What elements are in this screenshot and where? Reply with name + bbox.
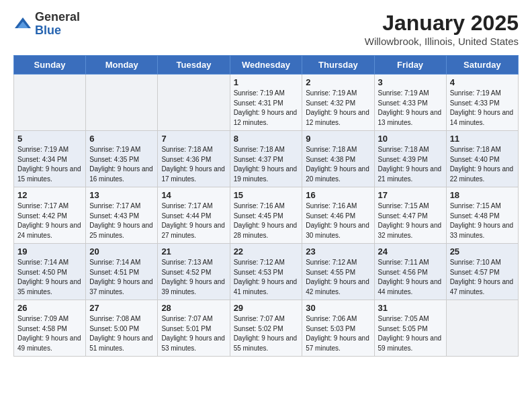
- day-info: Sunrise: 7:19 AM Sunset: 4:31 PM Dayligh…: [234, 89, 299, 128]
- calendar-week-4: 19Sunrise: 7:14 AM Sunset: 4:50 PM Dayli…: [14, 244, 519, 300]
- day-info: Sunrise: 7:06 AM Sunset: 5:03 PM Dayligh…: [306, 314, 370, 353]
- day-number: 16: [306, 190, 370, 200]
- day-info: Sunrise: 7:07 AM Sunset: 5:01 PM Dayligh…: [161, 314, 226, 353]
- day-info: Sunrise: 7:15 AM Sunset: 4:47 PM Dayligh…: [378, 201, 443, 240]
- day-number: 30: [306, 303, 370, 313]
- day-info: Sunrise: 7:11 AM Sunset: 4:56 PM Dayligh…: [378, 258, 443, 297]
- calendar-cell: 26Sunrise: 7:09 AM Sunset: 4:58 PM Dayli…: [14, 300, 86, 357]
- calendar-week-1: 1Sunrise: 7:19 AM Sunset: 4:31 PM Daylig…: [14, 75, 519, 131]
- day-number: 21: [161, 246, 226, 257]
- calendar-week-3: 12Sunrise: 7:17 AM Sunset: 4:42 PM Dayli…: [14, 187, 519, 244]
- day-info: Sunrise: 7:12 AM Sunset: 4:53 PM Dayligh…: [234, 258, 299, 297]
- day-info: Sunrise: 7:19 AM Sunset: 4:33 PM Dayligh…: [378, 89, 443, 128]
- day-number: 1: [234, 77, 299, 87]
- day-number: 22: [234, 246, 299, 257]
- day-info: Sunrise: 7:18 AM Sunset: 4:39 PM Dayligh…: [378, 145, 443, 184]
- calendar-cell: 12Sunrise: 7:17 AM Sunset: 4:42 PM Dayli…: [14, 187, 86, 244]
- day-info: Sunrise: 7:16 AM Sunset: 4:45 PM Dayligh…: [234, 201, 299, 240]
- calendar-cell: 27Sunrise: 7:08 AM Sunset: 5:00 PM Dayli…: [86, 300, 158, 357]
- calendar-cell: 29Sunrise: 7:07 AM Sunset: 5:02 PM Dayli…: [230, 300, 302, 357]
- day-info: Sunrise: 7:17 AM Sunset: 4:42 PM Dayligh…: [17, 201, 82, 240]
- day-info: Sunrise: 7:18 AM Sunset: 4:40 PM Dayligh…: [450, 145, 515, 184]
- calendar-cell: [158, 75, 230, 131]
- logo-blue: Blue: [35, 24, 80, 38]
- day-info: Sunrise: 7:17 AM Sunset: 4:44 PM Dayligh…: [161, 201, 226, 240]
- day-number: 3: [378, 77, 443, 87]
- calendar-cell: 23Sunrise: 7:12 AM Sunset: 4:55 PM Dayli…: [302, 244, 374, 300]
- day-header-tuesday: Tuesday: [158, 56, 230, 75]
- day-header-monday: Monday: [86, 56, 158, 75]
- day-number: 5: [17, 134, 82, 144]
- day-info: Sunrise: 7:09 AM Sunset: 4:58 PM Dayligh…: [17, 314, 82, 353]
- calendar-cell: 22Sunrise: 7:12 AM Sunset: 4:53 PM Dayli…: [230, 244, 302, 300]
- day-info: Sunrise: 7:14 AM Sunset: 4:51 PM Dayligh…: [89, 258, 154, 297]
- day-number: 13: [89, 190, 154, 200]
- calendar-cell: 8Sunrise: 7:18 AM Sunset: 4:37 PM Daylig…: [230, 131, 302, 187]
- calendar-cell: 31Sunrise: 7:05 AM Sunset: 5:05 PM Dayli…: [374, 300, 446, 357]
- day-number: 17: [378, 190, 443, 200]
- calendar-cell: 4Sunrise: 7:19 AM Sunset: 4:33 PM Daylig…: [446, 75, 518, 131]
- day-number: 27: [89, 303, 154, 313]
- calendar-cell: 2Sunrise: 7:19 AM Sunset: 4:32 PM Daylig…: [302, 75, 374, 131]
- day-number: 6: [89, 134, 154, 144]
- logo-icon: [13, 15, 32, 34]
- calendar-cell: [86, 75, 158, 131]
- day-header-friday: Friday: [374, 56, 446, 75]
- day-number: 20: [89, 246, 154, 257]
- day-info: Sunrise: 7:17 AM Sunset: 4:43 PM Dayligh…: [89, 201, 154, 240]
- day-info: Sunrise: 7:10 AM Sunset: 4:57 PM Dayligh…: [450, 258, 515, 297]
- day-info: Sunrise: 7:19 AM Sunset: 4:33 PM Dayligh…: [450, 89, 515, 128]
- calendar-cell: 24Sunrise: 7:11 AM Sunset: 4:56 PM Dayli…: [374, 244, 446, 300]
- day-info: Sunrise: 7:14 AM Sunset: 4:50 PM Dayligh…: [17, 258, 82, 297]
- calendar-header-row: SundayMondayTuesdayWednesdayThursdayFrid…: [14, 56, 519, 75]
- day-number: 4: [450, 77, 515, 87]
- day-info: Sunrise: 7:13 AM Sunset: 4:52 PM Dayligh…: [161, 258, 226, 297]
- day-number: 24: [378, 246, 443, 257]
- calendar-cell: 9Sunrise: 7:18 AM Sunset: 4:38 PM Daylig…: [302, 131, 374, 187]
- day-header-thursday: Thursday: [302, 56, 374, 75]
- day-number: 10: [378, 134, 443, 144]
- calendar-cell: [14, 75, 86, 131]
- title-block: January 2025 Willowbrook, Illinois, Unit…: [365, 11, 519, 47]
- calendar-week-5: 26Sunrise: 7:09 AM Sunset: 4:58 PM Dayli…: [14, 300, 519, 357]
- day-info: Sunrise: 7:15 AM Sunset: 4:48 PM Dayligh…: [450, 201, 515, 240]
- day-info: Sunrise: 7:07 AM Sunset: 5:02 PM Dayligh…: [234, 314, 299, 353]
- calendar-cell: 3Sunrise: 7:19 AM Sunset: 4:33 PM Daylig…: [374, 75, 446, 131]
- day-number: 12: [17, 190, 82, 200]
- day-info: Sunrise: 7:19 AM Sunset: 4:32 PM Dayligh…: [306, 89, 370, 128]
- day-header-saturday: Saturday: [446, 56, 518, 75]
- day-number: 19: [17, 246, 82, 257]
- calendar-cell: 6Sunrise: 7:19 AM Sunset: 4:35 PM Daylig…: [86, 131, 158, 187]
- calendar-cell: 19Sunrise: 7:14 AM Sunset: 4:50 PM Dayli…: [14, 244, 86, 300]
- calendar-cell: 11Sunrise: 7:18 AM Sunset: 4:40 PM Dayli…: [446, 131, 518, 187]
- day-info: Sunrise: 7:08 AM Sunset: 5:00 PM Dayligh…: [89, 314, 154, 353]
- calendar-cell: 25Sunrise: 7:10 AM Sunset: 4:57 PM Dayli…: [446, 244, 518, 300]
- day-info: Sunrise: 7:16 AM Sunset: 4:46 PM Dayligh…: [306, 201, 370, 240]
- day-number: 7: [161, 134, 226, 144]
- calendar-cell: 18Sunrise: 7:15 AM Sunset: 4:48 PM Dayli…: [446, 187, 518, 244]
- calendar-cell: 14Sunrise: 7:17 AM Sunset: 4:44 PM Dayli…: [158, 187, 230, 244]
- day-info: Sunrise: 7:19 AM Sunset: 4:34 PM Dayligh…: [17, 145, 82, 184]
- day-number: 8: [234, 134, 299, 144]
- day-number: 23: [306, 246, 370, 257]
- day-number: 9: [306, 134, 370, 144]
- calendar-cell: 10Sunrise: 7:18 AM Sunset: 4:39 PM Dayli…: [374, 131, 446, 187]
- calendar-cell: 21Sunrise: 7:13 AM Sunset: 4:52 PM Dayli…: [158, 244, 230, 300]
- calendar-cell: 30Sunrise: 7:06 AM Sunset: 5:03 PM Dayli…: [302, 300, 374, 357]
- day-number: 11: [450, 134, 515, 144]
- calendar-cell: 1Sunrise: 7:19 AM Sunset: 4:31 PM Daylig…: [230, 75, 302, 131]
- calendar-week-2: 5Sunrise: 7:19 AM Sunset: 4:34 PM Daylig…: [14, 131, 519, 187]
- day-number: 29: [234, 303, 299, 313]
- day-number: 18: [450, 190, 515, 200]
- calendar-cell: 28Sunrise: 7:07 AM Sunset: 5:01 PM Dayli…: [158, 300, 230, 357]
- day-info: Sunrise: 7:12 AM Sunset: 4:55 PM Dayligh…: [306, 258, 370, 297]
- calendar-cell: 16Sunrise: 7:16 AM Sunset: 4:46 PM Dayli…: [302, 187, 374, 244]
- day-number: 2: [306, 77, 370, 87]
- day-number: 28: [161, 303, 226, 313]
- logo-general: General: [35, 11, 80, 24]
- calendar-cell: 13Sunrise: 7:17 AM Sunset: 4:43 PM Dayli…: [86, 187, 158, 244]
- calendar-cell: 20Sunrise: 7:14 AM Sunset: 4:51 PM Dayli…: [86, 244, 158, 300]
- logo-text: General Blue: [35, 11, 80, 38]
- page-header: General Blue January 2025 Willowbrook, I…: [13, 11, 519, 47]
- calendar-subtitle: Willowbrook, Illinois, United States: [365, 36, 519, 47]
